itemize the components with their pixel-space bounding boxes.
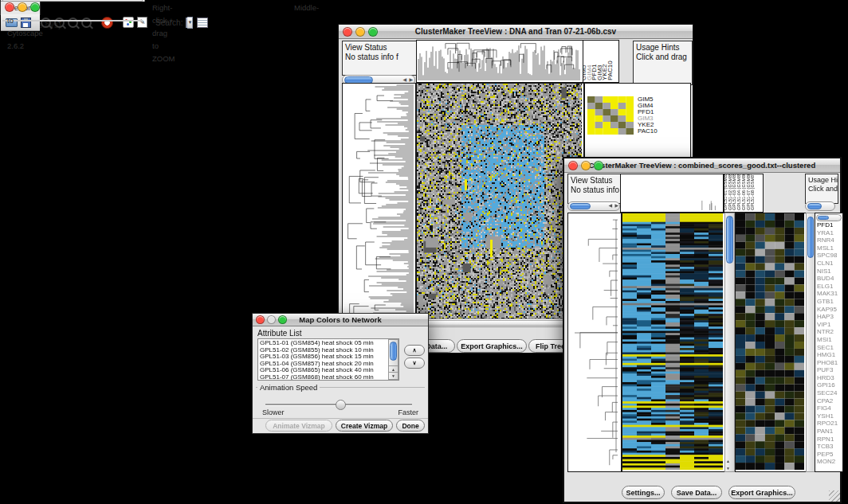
resize-grip[interactable] [829, 490, 840, 502]
gene-label[interactable]: HAP3 [817, 313, 838, 321]
genelist-hscrollbar[interactable] [816, 214, 842, 221]
row-dendrogram[interactable] [342, 83, 416, 327]
treeview1-title: ClusterMaker TreeView : DNA and Tran 07-… [339, 27, 693, 36]
zoom-button[interactable] [594, 161, 603, 170]
annotation-icon[interactable]: ✎ [137, 16, 147, 29]
gene-label[interactable]: NTR2 [817, 328, 838, 336]
treeview1-heatmap[interactable] [416, 83, 584, 327]
gene-label[interactable]: KAP95 [817, 306, 838, 314]
gene-label[interactable]: MSI1 [817, 336, 838, 344]
gene-label[interactable]: ELG1 [817, 283, 838, 291]
attribute-item[interactable]: GPL51-07 (GSM868) heat shock 60 min [260, 374, 388, 381]
dialog-button-done[interactable]: Done [396, 420, 425, 432]
treeview2-heatmap[interactable] [622, 213, 725, 472]
gene-label[interactable]: NIS1 [817, 268, 838, 275]
gene-label[interactable]: HMG1 [817, 351, 838, 359]
faster-label: Faster [398, 408, 418, 416]
view-status-box: View StatusNo status info [567, 174, 623, 204]
vizmapper-icon[interactable] [123, 16, 134, 29]
zoom-selected-icon[interactable]: ▫ [81, 16, 92, 29]
minimize-button[interactable] [355, 27, 365, 37]
treeview1-title-bar[interactable]: ClusterMaker TreeView : DNA and Tran 07-… [339, 25, 693, 39]
column-label: GPL51-08 (GSM872) [750, 174, 755, 210]
help-ring-icon[interactable] [101, 16, 113, 29]
treeview2-button-settings[interactable]: Settings... [622, 486, 665, 499]
close-button[interactable] [343, 27, 352, 37]
attribute-list-label: Attribute List [257, 329, 302, 338]
gene-label[interactable]: PEP5 [817, 451, 838, 459]
gene-label[interactable]: MSL1 [817, 244, 838, 252]
window-controls[interactable] [5, 2, 40, 12]
gene-label[interactable]: RPO21 [817, 420, 838, 428]
treeview2-subheatmap[interactable] [735, 213, 807, 472]
close-button[interactable] [5, 2, 14, 12]
gene-label[interactable]: PHO81 [817, 359, 838, 367]
column-label: GPL51-06 (GSM865) [741, 174, 746, 210]
zoom-fit-icon[interactable] [68, 16, 78, 29]
dialog-button-animate-vizmap[interactable]: Animate Vizmap [265, 420, 332, 432]
minimize-button[interactable] [18, 2, 27, 12]
attribute-listbox[interactable]: GPL51-01 (GSM854) heat shock 05 minGPL51… [257, 338, 399, 381]
heatmap-hscrollbar[interactable] [418, 318, 579, 327]
treeview2-button-save-data[interactable]: Save Data... [671, 486, 722, 499]
zoom-button[interactable] [368, 27, 378, 37]
slider-thumb[interactable] [336, 400, 346, 410]
zoom-button[interactable] [278, 315, 287, 324]
gene-label[interactable]: MAK31 [817, 290, 838, 298]
animation-speed-slider[interactable] [265, 400, 412, 409]
column-label: PAC10 [607, 61, 614, 80]
scroll-down-arrow[interactable]: ▼ [389, 372, 398, 379]
close-button[interactable] [568, 161, 578, 170]
usage-hints-scrollbar[interactable] [805, 201, 835, 211]
gene-label[interactable]: SEC24 [817, 389, 838, 397]
animation-speed-label: Animation Speed [257, 383, 320, 392]
treeview1-button-export-graphics[interactable]: Export Graphics... [457, 339, 527, 353]
gene-label[interactable]: RPN1 [817, 436, 838, 443]
gene-label[interactable]: YRA1 [817, 229, 838, 237]
column-dendrogram[interactable] [416, 40, 584, 83]
gene-label[interactable]: TCB3 [817, 443, 838, 451]
row-dendrogram[interactable] [567, 213, 622, 472]
attribute-list-scrollbar[interactable]: ▲ ▼ [388, 339, 398, 380]
view-status-scrollbar[interactable]: ◀▶ [567, 201, 620, 211]
gene-label[interactable]: PAN1 [817, 428, 838, 436]
desktop: Cytoscape Desktop (Session Name: collins… [0, 0, 848, 504]
treeview2-window: ClusterMaker TreeView : combined_scores_… [563, 157, 842, 503]
search-dropdown-button[interactable]: ▼ [187, 17, 193, 29]
treeview2-title-bar[interactable]: ClusterMaker TreeView : combined_scores_… [564, 158, 840, 173]
minimize-button[interactable] [267, 315, 276, 324]
status-hint-zoom: Right-click + drag to ZOOM [152, 2, 175, 65]
treeview2-buttons: Settings...Save Data...Export Graphics..… [564, 484, 840, 500]
gene-label[interactable]: RNR4 [817, 236, 838, 244]
gene-label[interactable]: HRD3 [817, 374, 838, 382]
treeview2-button-export-graphics[interactable]: Export Graphics... [728, 486, 795, 499]
gene-label[interactable]: GTB1 [817, 298, 838, 306]
column-dendrogram[interactable] [620, 174, 724, 213]
gene-label[interactable]: MON2 [817, 458, 838, 466]
gene-list-panel: PFD1YRA1RNR4MSL1SPC98CLN1NIS1BUD4ELG1MAK… [815, 213, 843, 472]
move-up-button[interactable]: ∧ [404, 345, 425, 356]
gene-label[interactable]: CPA2 [817, 397, 838, 405]
treeview1-subheatmap[interactable] [587, 96, 634, 135]
gene-label[interactable]: FIG4 [817, 404, 838, 412]
dialog-title-bar[interactable]: Map Colors to Network [253, 314, 428, 326]
gene-label[interactable]: CLN1 [817, 260, 838, 268]
attribute-table-icon[interactable] [197, 16, 208, 29]
zoom-in-icon[interactable]: + [54, 16, 65, 29]
gene-label[interactable]: YSH1 [817, 412, 838, 420]
gene-label[interactable]: SEC1 [817, 344, 838, 352]
gene-label[interactable]: VIP1 [817, 321, 838, 329]
zoom-button[interactable] [30, 2, 40, 12]
view-status-box: View StatusNo status info f [342, 41, 418, 76]
move-down-button[interactable]: ∨ [404, 357, 425, 369]
gene-label[interactable]: PUF3 [817, 366, 838, 374]
heatmap-vscrollbar[interactable]: ▲▼ [724, 213, 735, 472]
minimize-button[interactable] [581, 161, 591, 170]
dialog-button-create-vizmap[interactable]: Create Vizmap [336, 420, 393, 432]
gene-label[interactable]: GPI16 [817, 381, 838, 389]
gene-label[interactable]: SPC98 [817, 252, 838, 260]
gene-label[interactable]: BUD4 [817, 275, 838, 283]
close-button[interactable] [256, 315, 265, 324]
treeview1-row-labels: GIM5GIM4PFD1GIM3YKE2PAC10 [638, 96, 658, 135]
gene-label[interactable]: PFD1 [817, 221, 838, 229]
